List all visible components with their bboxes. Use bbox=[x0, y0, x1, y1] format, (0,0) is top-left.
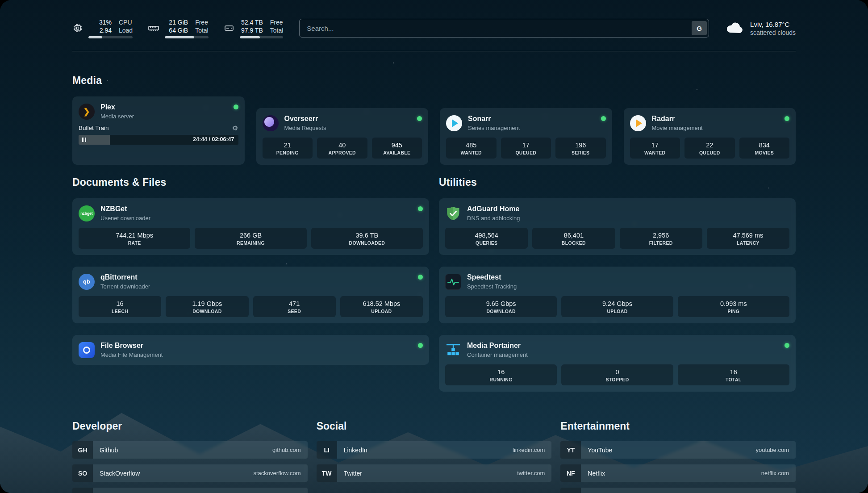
cloud-icon bbox=[725, 21, 744, 35]
plex-card[interactable]: ❯ Plex Media server Bullet Train ⚙ 24:44… bbox=[72, 96, 245, 165]
stat-ping: 0.993 msPING bbox=[678, 296, 789, 317]
playback-time: 24:44 / 02:06:47 bbox=[193, 136, 234, 142]
overseerr-card[interactable]: Overseerr Media Requests 21PENDING 40APP… bbox=[256, 108, 429, 165]
bookmark-reddit[interactable]: RE Reddit reddit.com bbox=[560, 488, 796, 493]
status-dot bbox=[418, 206, 423, 211]
plex-icon: ❯ bbox=[79, 104, 95, 120]
card-desc: Media server bbox=[100, 113, 228, 120]
stat-queued: 17QUEUED bbox=[501, 138, 551, 159]
disk-progress-fill bbox=[240, 36, 260, 38]
portainer-icon bbox=[445, 342, 461, 358]
dashboard-window: 31% 2.94 CPU Load bbox=[0, 0, 868, 493]
radarr-card[interactable]: Radarr Movie management 17WANTED 22QUEUE… bbox=[624, 108, 796, 165]
now-playing-title: Bullet Train bbox=[79, 125, 232, 131]
stat-available: 945AVAILABLE bbox=[372, 138, 422, 159]
card-desc: Series management bbox=[468, 124, 595, 132]
card-desc: Usenet downloader bbox=[100, 214, 412, 222]
gear-icon[interactable]: ⚙ bbox=[232, 125, 238, 131]
weather-widget: Lviv, 16.87°C scattered clouds bbox=[725, 21, 796, 36]
bookmark-github[interactable]: GH Github github.com bbox=[72, 441, 308, 459]
status-dot bbox=[601, 116, 606, 121]
utilities-column: Utilities AdGuard Home DNS and adblockin… bbox=[439, 165, 796, 392]
disk-total-label: Total bbox=[270, 26, 284, 34]
adguard-icon bbox=[445, 205, 461, 221]
status-dot bbox=[785, 116, 789, 121]
disk-free-value: 52.4 TB bbox=[240, 18, 263, 26]
stat-movies: 834MOVIES bbox=[739, 138, 790, 159]
search-engine-button[interactable]: G bbox=[692, 21, 707, 35]
memory-free-label: Free bbox=[195, 18, 209, 26]
bookmark-dev[interactable]: DT DEV dev.to bbox=[72, 488, 308, 493]
disk-total-value: 97.9 TB bbox=[240, 26, 263, 34]
filebrowser-card[interactable]: File Browser Media File Management bbox=[72, 335, 429, 365]
stat-queries: 498,564QUERIES bbox=[445, 228, 528, 249]
sonarr-card[interactable]: Sonarr Series management 485WANTED 17QUE… bbox=[440, 108, 612, 165]
memory-total-value: 64 GiB bbox=[165, 26, 188, 34]
stat-series: 196SERIES bbox=[555, 138, 606, 159]
bookmark-stackoverflow[interactable]: SO StackOverflow stackoverflow.com bbox=[72, 464, 308, 482]
stat-downloaded: 39.6 TBDOWNLOADED bbox=[311, 228, 423, 249]
cpu-load-value: 2.94 bbox=[88, 26, 112, 34]
stat-remaining: 266 GBREMAINING bbox=[195, 228, 306, 249]
nzbget-card[interactable]: nzbget NZBGet Usenet downloader 744.21 M… bbox=[72, 198, 429, 255]
stat-upload: 618.52 MbpsUPLOAD bbox=[340, 296, 423, 317]
overseerr-icon bbox=[263, 115, 279, 131]
stat-upload: 9.24 GbpsUPLOAD bbox=[561, 296, 673, 317]
pause-button[interactable] bbox=[82, 138, 86, 142]
weather-condition: scattered clouds bbox=[750, 29, 796, 36]
adguard-card[interactable]: AdGuard Home DNS and adblocking 498,564Q… bbox=[439, 198, 796, 255]
bookmark-youtube[interactable]: YT YouTube youtube.com bbox=[560, 441, 796, 459]
bookmarks-entertainment: Entertainment YT YouTube youtube.com NF … bbox=[560, 420, 796, 493]
playback-progress-bar[interactable]: 24:44 / 02:06:47 bbox=[79, 135, 238, 145]
filebrowser-icon bbox=[79, 342, 95, 358]
stat-approved: 40APPROVED bbox=[317, 138, 367, 159]
bookmarks-social: Social LI LinkedIn linkedin.com TW Twitt… bbox=[317, 420, 552, 493]
card-name: NZBGet bbox=[100, 205, 412, 213]
speedtest-card[interactable]: Speedtest Speedtest Tracking 9.65 GbpsDO… bbox=[439, 267, 796, 323]
status-dot bbox=[417, 116, 422, 121]
topbar-divider bbox=[72, 51, 796, 51]
cpu-progress-fill bbox=[88, 36, 102, 38]
stat-wanted: 17WANTED bbox=[630, 138, 680, 159]
memory-total-label: Total bbox=[195, 26, 209, 34]
memory-progress-bar bbox=[165, 36, 209, 38]
card-name: Radarr bbox=[652, 114, 779, 123]
status-dot bbox=[418, 343, 423, 348]
card-name: qBittorrent bbox=[100, 273, 412, 282]
card-name: Plex bbox=[100, 103, 228, 112]
card-desc: Media File Management bbox=[100, 351, 412, 359]
documents-column: Documents & Files nzbget NZBGet Usenet d… bbox=[72, 165, 429, 365]
bookmark-linkedin[interactable]: LI LinkedIn linkedin.com bbox=[317, 441, 552, 459]
cpu-label: CPU bbox=[119, 18, 133, 26]
media-cards-row: ❯ Plex Media server Bullet Train ⚙ 24:44… bbox=[72, 96, 796, 165]
bookmark-netflix[interactable]: NF Netflix netflix.com bbox=[560, 464, 796, 482]
stat-running: 16RUNNING bbox=[445, 364, 557, 385]
stat-download: 9.65 GbpsDOWNLOAD bbox=[445, 296, 557, 317]
portainer-card[interactable]: Media Portainer Container management 16R… bbox=[439, 335, 796, 392]
search-input[interactable] bbox=[299, 19, 709, 38]
card-name: Sonarr bbox=[468, 114, 595, 123]
memory-icon bbox=[148, 23, 159, 33]
stat-pending: 21PENDING bbox=[263, 138, 313, 159]
disk-progress-bar bbox=[240, 36, 284, 38]
card-desc: Container management bbox=[467, 351, 779, 359]
cpu-meter: 31% 2.94 CPU Load bbox=[72, 18, 133, 38]
card-desc: DNS and adblocking bbox=[467, 214, 789, 222]
status-dot bbox=[418, 275, 423, 280]
stat-filtered: 2,956FILTERED bbox=[620, 228, 702, 249]
stat-total: 16TOTAL bbox=[678, 364, 789, 385]
section-title-media: Media bbox=[72, 75, 796, 87]
nzbget-icon: nzbget bbox=[79, 205, 95, 221]
card-desc: Speedtest Tracking bbox=[467, 283, 789, 290]
stat-leech: 16LEECH bbox=[79, 296, 161, 317]
disk-icon bbox=[224, 23, 234, 33]
memory-free-value: 21 GiB bbox=[165, 18, 188, 26]
search-bar: G bbox=[299, 19, 709, 38]
section-title-documents: Documents & Files bbox=[72, 176, 429, 188]
card-name: Overseerr bbox=[284, 114, 412, 123]
qbittorrent-card[interactable]: qb qBittorrent Torrent downloader 16LEEC… bbox=[72, 267, 429, 323]
card-name: AdGuard Home bbox=[467, 205, 789, 213]
card-name: Media Portainer bbox=[467, 341, 779, 350]
cpu-progress-bar bbox=[88, 36, 133, 38]
bookmark-twitter[interactable]: TW Twitter twitter.com bbox=[317, 464, 552, 482]
